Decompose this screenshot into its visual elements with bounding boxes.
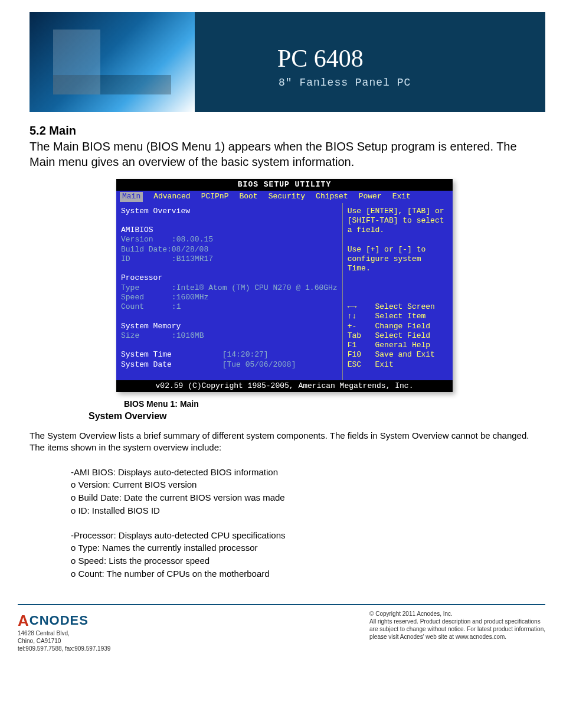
copyright-line: please visit Acnodes' web site at www.ac… — [369, 633, 545, 641]
footer-address: tel:909.597.7588, fax:909.597.1939 — [18, 645, 110, 652]
system-overview-heading: System Overview — [89, 411, 539, 422]
help-line: Time. — [348, 264, 371, 273]
list-item: o Version: Current BIOS version — [71, 478, 539, 491]
bios-tab-boot[interactable]: Boot — [239, 192, 257, 201]
bios-caption: BIOS Menu 1: Main — [124, 399, 539, 409]
bios-tab-chipset[interactable]: Chipset — [316, 192, 348, 201]
product-subtitle: 8" Fanless Panel PC — [279, 77, 411, 89]
bios-help-pane: Use [ENTER], [TAB] or [SHIFT-TAB] to sel… — [343, 203, 453, 380]
help-line: a field. — [348, 226, 384, 234]
bios-tab-advanced[interactable]: Advanced — [153, 192, 190, 201]
list-item: -Processor: Displays auto-detected CPU s… — [71, 529, 539, 542]
key-hint: F1 General Help — [348, 341, 430, 350]
overview-label: System Overview — [121, 207, 190, 216]
key-hint: ↑↓ Select Item — [348, 312, 426, 321]
amibios-label: AMIBIOS — [121, 226, 153, 234]
footer-right: © Copyright 2011 Acnodes, Inc. All right… — [369, 610, 545, 653]
page-footer: ACNODES 14628 Central Blvd, Chino, CA917… — [18, 604, 545, 653]
list-item: o Speed: Lists the processor speed — [71, 554, 539, 567]
speed-row: Speed :1600MHz — [121, 293, 208, 302]
size-row: Size :1016MB — [121, 331, 204, 340]
bios-title: BIOS SETUP UTILITY — [116, 179, 453, 191]
banner-photo — [30, 12, 195, 112]
key-hint: Tab Select Field — [348, 331, 430, 340]
memory-label: System Memory — [121, 322, 181, 331]
copyright-line: are subject to change without notice. Fo… — [369, 625, 545, 633]
header-banner: PC 6408 8" Fanless Panel PC — [30, 12, 545, 112]
key-hint: ←→ Select Screen — [348, 302, 435, 311]
bios-tab-security[interactable]: Security — [269, 192, 305, 201]
overview-paragraph: The System Overview lists a brief summar… — [30, 430, 539, 454]
key-hint: F10 Save and Exit — [348, 350, 435, 359]
section-heading: 5.2 Main — [30, 124, 539, 138]
processor-list: -Processor: Displays auto-detected CPU s… — [71, 529, 539, 580]
list-item: o Count: The number of CPUs on the mothe… — [71, 567, 539, 580]
list-item: o Build Date: Date the current BIOS vers… — [71, 491, 539, 504]
list-item: -AMI BIOS: Displays auto-detected BIOS i… — [71, 466, 539, 479]
bios-menubar: Main Advanced PCIPnP Boot Security Chips… — [116, 191, 453, 203]
help-line: configure system — [348, 254, 421, 263]
key-hint: +- Change Field — [348, 322, 430, 331]
key-hint: ESC Exit — [348, 360, 394, 369]
bios-tab-exit[interactable]: Exit — [392, 192, 411, 201]
system-date-row[interactable]: System Date [Tue 05/06/2008] — [121, 360, 296, 369]
id-row: ID :B113MR17 — [121, 254, 213, 263]
footer-address: Chino, CA91710 — [18, 637, 110, 645]
amibios-list: -AMI BIOS: Displays auto-detected BIOS i… — [71, 466, 539, 517]
copyright-line: © Copyright 2011 Acnodes, Inc. — [369, 610, 545, 618]
bios-tab-power[interactable]: Power — [359, 192, 382, 201]
list-item: o Type: Names the currently installed pr… — [71, 541, 539, 554]
type-row: Type :Intel® Atom (TM) CPU N270 @ 1.60GH… — [121, 283, 338, 292]
bios-footer: v02.59 (C)Copyright 1985-2005, American … — [116, 380, 453, 392]
footer-left: ACNODES 14628 Central Blvd, Chino, CA917… — [18, 610, 110, 653]
help-line: [SHIFT-TAB] to select — [348, 216, 444, 225]
section-intro: The Main BIOS menu (BIOS Menu 1) appears… — [30, 139, 539, 169]
bios-left-pane: System Overview AMIBIOS Version :08.00.1… — [116, 203, 343, 380]
help-line: Use [+] or [-] to — [348, 245, 426, 254]
version-row: Version :08.00.15 — [121, 235, 213, 244]
build-row: Build Date:08/28/08 — [121, 245, 208, 254]
product-title: PC 6408 — [277, 44, 364, 73]
bios-tab-pcipnp[interactable]: PCIPnP — [201, 192, 229, 201]
count-row: Count :1 — [121, 302, 181, 311]
bios-tab-main[interactable]: Main — [120, 192, 143, 201]
copyright-line: All rights reserved. Product description… — [369, 618, 545, 625]
help-line: Use [ENTER], [TAB] or — [348, 207, 444, 216]
footer-address: 14628 Central Blvd, — [18, 629, 110, 637]
list-item: o ID: Installed BIOS ID — [71, 504, 539, 517]
processor-label: Processor — [121, 273, 162, 282]
system-time-row[interactable]: System Time [14:20:27] — [121, 350, 269, 359]
bios-screenshot: BIOS SETUP UTILITY Main Advanced PCIPnP … — [116, 179, 453, 392]
acnodes-logo: ACNODES — [18, 610, 110, 630]
